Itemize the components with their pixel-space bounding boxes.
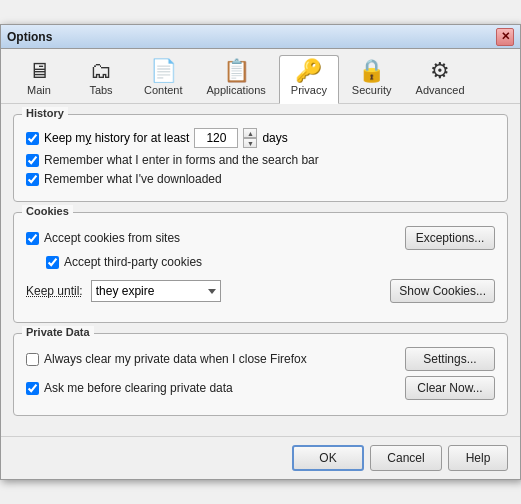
accept-cookies-check-row: Accept cookies from sites xyxy=(26,231,180,245)
tabs-icon: 🗂 xyxy=(90,60,112,82)
advanced-icon: ⚙ xyxy=(430,60,450,82)
help-button[interactable]: Help xyxy=(448,445,508,471)
ok-button[interactable]: OK xyxy=(292,445,364,471)
history-content: Keep my history for at least ▲ ▼ days Re… xyxy=(26,128,495,186)
third-party-checkbox[interactable] xyxy=(46,256,59,269)
tab-applications-label: Applications xyxy=(207,84,266,96)
show-cookies-button[interactable]: Show Cookies... xyxy=(390,279,495,303)
forms-row: Remember what I enter in forms and the s… xyxy=(26,153,495,167)
settings-button[interactable]: Settings... xyxy=(405,347,495,371)
always-clear-checkbox[interactable] xyxy=(26,353,39,366)
tab-privacy-label: Privacy xyxy=(291,84,327,96)
accept-cookies-checkbox[interactable] xyxy=(26,232,39,245)
downloads-row: Remember what I've downloaded xyxy=(26,172,495,186)
tab-bar: 🖥 Main 🗂 Tabs 📄 Content 📋 Applications 🔑… xyxy=(1,49,520,104)
privacy-icon: 🔑 xyxy=(295,60,322,82)
ask-me-checkbox[interactable] xyxy=(26,382,39,395)
private-data-group: Private Data Always clear my private dat… xyxy=(13,333,508,416)
accept-cookies-row: Accept cookies from sites Exceptions... xyxy=(26,226,495,250)
keep-until-row: Keep until: they expire I close Firefox … xyxy=(26,280,221,302)
tab-security-label: Security xyxy=(352,84,392,96)
always-clear-check-row: Always clear my private data when I clos… xyxy=(26,352,307,366)
options-window: Options ✕ 🖥 Main 🗂 Tabs 📄 Content 📋 Appl… xyxy=(0,24,521,480)
cookies-group-label: Cookies xyxy=(22,205,73,217)
cookies-content: Accept cookies from sites Exceptions... … xyxy=(26,226,495,308)
content-icon: 📄 xyxy=(150,60,177,82)
keep-until-label: Keep until: xyxy=(26,284,83,298)
tab-applications[interactable]: 📋 Applications xyxy=(196,55,277,103)
ask-me-label[interactable]: Ask me before clearing private data xyxy=(44,381,233,395)
tab-main-label: Main xyxy=(27,84,51,96)
history-group: History Keep my history for at least ▲ ▼… xyxy=(13,114,508,202)
tab-privacy[interactable]: 🔑 Privacy xyxy=(279,55,339,104)
ask-me-row: Ask me before clearing private data Clea… xyxy=(26,376,495,400)
downloads-label[interactable]: Remember what I've downloaded xyxy=(44,172,222,186)
keep-until-select[interactable]: they expire I close Firefox ask me every… xyxy=(91,280,221,302)
title-bar: Options ✕ xyxy=(1,25,520,49)
tab-main[interactable]: 🖥 Main xyxy=(9,55,69,103)
forms-checkbox[interactable] xyxy=(26,154,39,167)
forms-label[interactable]: Remember what I enter in forms and the s… xyxy=(44,153,319,167)
keep-history-row: Keep my history for at least ▲ ▼ days xyxy=(26,128,495,148)
close-button[interactable]: ✕ xyxy=(496,28,514,46)
tab-security[interactable]: 🔒 Security xyxy=(341,55,403,103)
cancel-button[interactable]: Cancel xyxy=(370,445,442,471)
security-icon: 🔒 xyxy=(358,60,385,82)
keep-until-wrapper: Keep until: they expire I close Firefox … xyxy=(26,274,495,308)
history-group-label: History xyxy=(22,107,68,119)
tab-tabs[interactable]: 🗂 Tabs xyxy=(71,55,131,103)
cookies-group: Cookies Accept cookies from sites Except… xyxy=(13,212,508,323)
spin-down-button[interactable]: ▼ xyxy=(243,138,257,148)
always-clear-row: Always clear my private data when I clos… xyxy=(26,347,495,371)
keep-history-checkbox[interactable] xyxy=(26,132,39,145)
main-content: History Keep my history for at least ▲ ▼… xyxy=(1,104,520,436)
days-spinner: ▲ ▼ xyxy=(243,128,257,148)
history-days-input[interactable] xyxy=(194,128,238,148)
tab-tabs-label: Tabs xyxy=(89,84,112,96)
downloads-checkbox[interactable] xyxy=(26,173,39,186)
private-data-group-label: Private Data xyxy=(22,326,94,338)
tab-content-label: Content xyxy=(144,84,183,96)
ask-me-check-row: Ask me before clearing private data xyxy=(26,381,233,395)
always-clear-label[interactable]: Always clear my private data when I clos… xyxy=(44,352,307,366)
keep-history-label[interactable]: Keep my history for at least xyxy=(44,131,189,145)
third-party-label[interactable]: Accept third-party cookies xyxy=(64,255,202,269)
third-party-row: Accept third-party cookies xyxy=(46,255,495,269)
private-data-content: Always clear my private data when I clos… xyxy=(26,347,495,400)
spin-up-button[interactable]: ▲ xyxy=(243,128,257,138)
main-icon: 🖥 xyxy=(28,60,50,82)
window-title: Options xyxy=(7,30,52,44)
footer-bar: OK Cancel Help xyxy=(1,436,520,479)
clear-now-button[interactable]: Clear Now... xyxy=(405,376,495,400)
tab-advanced-label: Advanced xyxy=(416,84,465,96)
days-label: days xyxy=(262,131,287,145)
tab-content[interactable]: 📄 Content xyxy=(133,55,194,103)
applications-icon: 📋 xyxy=(223,60,250,82)
tab-advanced[interactable]: ⚙ Advanced xyxy=(405,55,476,103)
accept-cookies-label[interactable]: Accept cookies from sites xyxy=(44,231,180,245)
exceptions-button[interactable]: Exceptions... xyxy=(405,226,495,250)
